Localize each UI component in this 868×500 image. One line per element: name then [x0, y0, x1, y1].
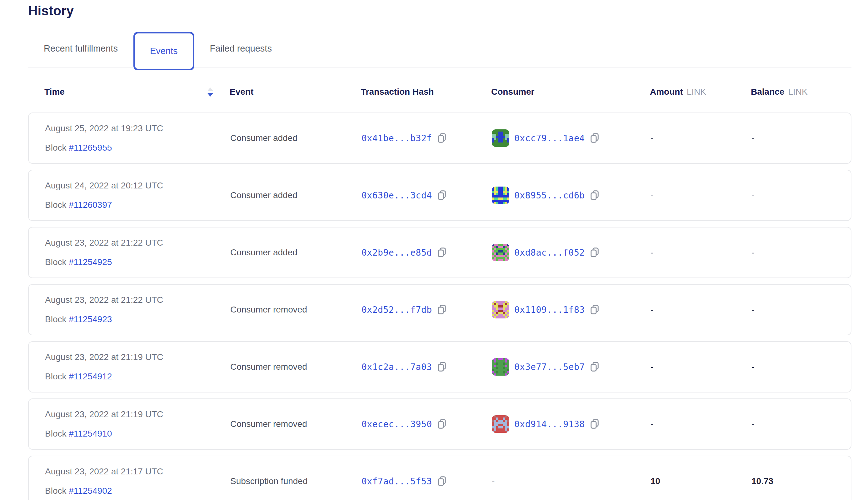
transaction-hash-link[interactable]: 0x2b9e...e85d [362, 248, 432, 258]
tab-events[interactable]: Events [134, 32, 194, 70]
consumer-address-link[interactable]: 0xd914...9138 [514, 419, 585, 429]
event-type: Consumer removed [230, 305, 362, 315]
copy-icon[interactable] [437, 476, 446, 487]
sort-descending-icon[interactable] [207, 88, 214, 96]
transaction-hash-cell: 0x41be...b32f [362, 133, 492, 144]
column-header-time[interactable]: Time [44, 87, 230, 97]
block-number-link[interactable]: #11265955 [69, 143, 112, 152]
transaction-hash-link[interactable]: 0x630e...3cd4 [362, 190, 432, 201]
transaction-hash-link[interactable]: 0xecec...3950 [362, 419, 432, 429]
history-page: History Recent fulfillmentsEventsFailed … [0, 0, 868, 500]
transaction-hash-cell: 0x1c2a...7a03 [362, 362, 492, 372]
identicon-avatar [492, 358, 509, 376]
block-number-link[interactable]: #11254902 [69, 486, 112, 496]
copy-icon[interactable] [437, 419, 446, 429]
balance-value: - [752, 362, 851, 372]
event-type: Consumer added [230, 133, 362, 143]
copy-icon[interactable] [590, 304, 599, 315]
consumer-address-link[interactable]: 0x3e77...5eb7 [514, 362, 585, 372]
copy-icon[interactable] [590, 362, 599, 372]
copy-icon[interactable] [590, 419, 599, 429]
block-label: Block [45, 143, 66, 152]
amount-column-label: Amount [650, 87, 683, 97]
amount-value: - [651, 248, 752, 258]
time-cell: August 23, 2022 at 21:19 UTC Block #1125… [45, 409, 230, 439]
copy-icon[interactable] [590, 190, 599, 201]
row-timestamp: August 23, 2022 at 21:22 UTC [45, 238, 230, 248]
consumer-address-link[interactable]: 0xd8ac...f052 [514, 248, 585, 258]
balance-value: - [752, 133, 851, 143]
copy-icon[interactable] [590, 133, 599, 144]
table-row: August 23, 2022 at 21:22 UTC Block #1125… [28, 284, 852, 335]
transaction-hash-link[interactable]: 0xf7ad...5f53 [362, 476, 432, 487]
balance-unit-label: LINK [788, 87, 807, 97]
event-type: Consumer added [230, 248, 362, 258]
column-header-consumer: Consumer [491, 87, 650, 97]
event-type: Subscription funded [230, 476, 362, 486]
block-line: Block #11254902 [45, 486, 230, 496]
table-body: August 25, 2022 at 19:23 UTC Block #1126… [28, 113, 852, 500]
block-line: Block #11265955 [45, 143, 230, 153]
event-type: Consumer added [230, 190, 362, 200]
block-number-link[interactable]: #11260397 [69, 200, 112, 210]
consumer-cell: 0x8955...cd6b [492, 186, 651, 204]
copy-icon[interactable] [437, 362, 446, 372]
block-label: Block [45, 429, 66, 439]
event-type: Consumer removed [230, 419, 362, 429]
page-title: History [28, 4, 852, 18]
copy-icon[interactable] [437, 190, 446, 201]
identicon-avatar [492, 301, 509, 318]
transaction-hash-link[interactable]: 0x41be...b32f [362, 133, 432, 144]
amount-value: - [651, 190, 752, 200]
block-number-link[interactable]: #11254925 [69, 257, 112, 267]
block-number-link[interactable]: #11254910 [69, 429, 112, 439]
block-number-link[interactable]: #11254923 [69, 314, 112, 324]
block-label: Block [45, 257, 66, 267]
identicon-avatar [492, 129, 509, 147]
copy-icon[interactable] [437, 133, 446, 144]
identicon-avatar [492, 415, 509, 433]
amount-value: 10 [651, 476, 752, 486]
time-column-label: Time [44, 87, 65, 97]
block-line: Block #11254910 [45, 429, 230, 439]
sort-down-arrow-icon [207, 93, 214, 96]
consumer-cell: 0x1109...1f83 [492, 301, 651, 318]
amount-value: - [651, 419, 752, 429]
block-number-link[interactable]: #11254912 [69, 372, 112, 381]
consumer-address-link[interactable]: 0x8955...cd6b [514, 190, 585, 201]
balance-column-label: Balance [751, 87, 784, 97]
consumer-address-link[interactable]: 0xcc79...1ae4 [514, 133, 585, 144]
table-row: August 23, 2022 at 21:19 UTC Block #1125… [28, 341, 852, 393]
transaction-hash-cell: 0x2b9e...e85d [362, 247, 492, 258]
block-label: Block [45, 486, 66, 496]
block-line: Block #11254925 [45, 257, 230, 267]
amount-value: - [651, 362, 752, 372]
table-row: August 24, 2022 at 20:12 UTC Block #1126… [28, 170, 852, 221]
copy-icon[interactable] [437, 247, 446, 258]
time-cell: August 23, 2022 at 21:17 UTC Block #1125… [45, 467, 230, 496]
balance-value: - [752, 305, 851, 315]
balance-value: - [752, 190, 851, 200]
copy-icon[interactable] [590, 247, 599, 258]
tab-failed-requests[interactable]: Failed requests [194, 43, 287, 54]
block-label: Block [45, 200, 66, 210]
consumer-cell: 0x3e77...5eb7 [492, 358, 651, 376]
row-timestamp: August 23, 2022 at 21:22 UTC [45, 295, 230, 305]
balance-value: 10.73 [752, 476, 851, 486]
column-header-amount: Amount LINK [650, 87, 751, 97]
copy-icon[interactable] [437, 304, 446, 315]
event-type: Consumer removed [230, 362, 362, 372]
consumer-address-link[interactable]: 0x1109...1f83 [514, 305, 585, 315]
time-cell: August 25, 2022 at 19:23 UTC Block #1126… [45, 123, 230, 153]
tab-recent-fulfillments[interactable]: Recent fulfillments [28, 43, 134, 54]
block-label: Block [45, 314, 66, 324]
balance-value: - [752, 248, 851, 258]
transaction-hash-cell: 0xecec...3950 [362, 419, 492, 429]
table-row: August 23, 2022 at 21:22 UTC Block #1125… [28, 227, 852, 278]
amount-value: - [651, 133, 752, 143]
time-cell: August 23, 2022 at 21:22 UTC Block #1125… [45, 295, 230, 325]
tab-bar: Recent fulfillmentsEventsFailed requests [28, 30, 852, 68]
consumer-cell: 0xd914...9138 [492, 415, 651, 433]
transaction-hash-link[interactable]: 0x2d52...f7db [362, 305, 432, 315]
transaction-hash-link[interactable]: 0x1c2a...7a03 [362, 362, 432, 372]
